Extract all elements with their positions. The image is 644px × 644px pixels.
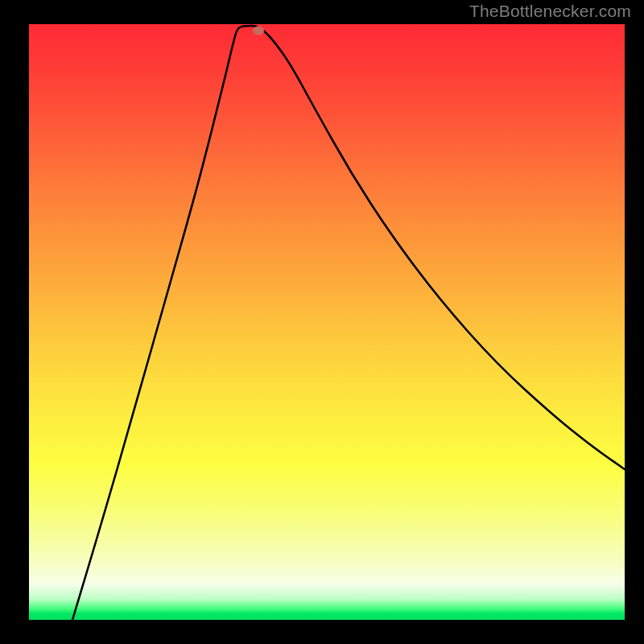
optimal-point-marker — [253, 27, 264, 35]
chart-plot-area — [29, 24, 625, 620]
watermark-text: TheBottlenecker.com — [469, 2, 631, 21]
bottleneck-curve — [29, 24, 625, 620]
